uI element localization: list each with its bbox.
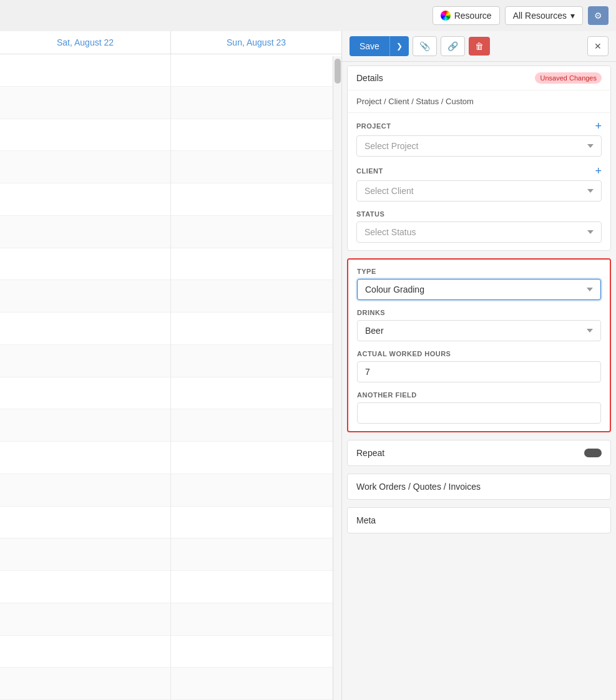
save-button[interactable]: Save [350,36,389,56]
settings-button[interactable]: ⚙ [588,6,609,25]
cal-cell [0,87,170,119]
project-select[interactable]: Select Project [356,135,602,157]
right-panel: Save ❯ 📎 🔗 🗑 ✕ Details Unsaved Chan [342,31,616,700]
custom-fields-content: TYPE Colour Grading Editing Mixing Sound… [348,260,610,431]
client-add-button[interactable]: + [595,165,602,177]
cal-cell [0,54,170,87]
cal-cell [171,538,341,571]
client-label: CLIENT + [356,165,602,177]
save-arrow-button[interactable]: ❯ [389,36,409,56]
project-add-button[interactable]: + [595,120,602,132]
details-content: PROJECT + Select Project CLIENT + Select… [348,112,610,250]
resource-label: Resource [454,11,492,21]
client-select[interactable]: Select Client [356,180,602,202]
cal-cell [0,603,170,636]
chevron-down-icon: ▾ [570,11,575,21]
cal-cell [0,507,170,539]
main-layout: Sat, August 22 Sun, August 23 [0,31,616,700]
type-label: TYPE [357,268,601,275]
resource-color-icon [441,11,451,21]
attachment-button[interactable]: 📎 [413,36,437,56]
type-field-group: TYPE Colour Grading Editing Mixing Sound… [357,268,601,300]
actual-worked-hours-field-group: ACTUAL WORKED HOURS [357,350,601,382]
calendar-col-sun [171,54,341,700]
cal-cell [0,119,170,152]
link-button[interactable]: 🔗 [441,36,465,56]
top-toolbar: Resource All Resources ▾ ⚙ [0,0,616,31]
cal-cell [171,668,341,700]
details-section-header: Details Unsaved Changes [348,66,610,90]
cal-cell [171,409,341,442]
cal-cell [0,538,170,571]
custom-fields-section: TYPE Colour Grading Editing Mixing Sound… [347,258,611,432]
cal-cell [171,183,341,216]
cal-cell [0,636,170,668]
all-resources-dropdown[interactable]: All Resources ▾ [505,6,583,25]
cal-cell [171,280,341,313]
cal-cell [171,151,341,183]
cal-cell [0,668,170,700]
meta-section[interactable]: Meta [347,507,611,533]
status-select[interactable]: Select Status [356,221,602,243]
cal-cell [171,442,341,474]
close-icon: ✕ [594,41,602,51]
actual-worked-hours-input[interactable] [357,361,601,382]
client-field-group: CLIENT + Select Client [356,165,602,202]
calendar-day-sat: Sat, August 22 [0,31,171,54]
resource-button[interactable]: Resource [433,6,500,25]
work-orders-section[interactable]: Work Orders / Quotes / Invoices [347,474,611,500]
meta-section-header: Meta [348,508,610,533]
work-orders-section-header: Work Orders / Quotes / Invoices [348,474,610,499]
work-orders-title: Work Orders / Quotes / Invoices [356,482,481,492]
arrow-right-icon: ❯ [396,42,403,51]
project-field-group: PROJECT + Select Project [356,120,602,157]
repeat-title: Repeat [356,448,384,458]
cal-cell [171,119,341,152]
cal-cell [171,54,341,87]
status-field-group: STATUS Select Status [356,210,602,243]
cal-cell [171,571,341,603]
calendar-day-sun: Sun, August 23 [171,31,341,54]
details-subtitle: Project / Client / Status / Custom [348,90,610,112]
close-button[interactable]: ✕ [587,36,609,56]
repeat-section-header: Repeat [348,440,610,465]
cal-cell [171,313,341,345]
scrollbar-thumb [335,59,341,84]
save-button-group: Save ❯ [350,36,409,56]
cal-cell [171,377,341,410]
repeat-section[interactable]: Repeat [347,440,611,466]
cal-cell [171,636,341,668]
cal-cell [0,248,170,281]
cal-cell [0,377,170,410]
cal-cell [171,87,341,119]
cal-cell [171,603,341,636]
meta-title: Meta [356,515,376,525]
all-resources-label: All Resources [513,11,567,21]
calendar-scrollbar[interactable] [333,56,341,700]
drinks-label: DRINKS [357,309,601,316]
status-label: STATUS [356,210,602,218]
delete-button[interactable]: 🗑 [469,37,490,56]
cal-cell [0,442,170,474]
gear-icon: ⚙ [594,11,602,21]
cal-cell [0,571,170,603]
another-field-input[interactable] [357,402,601,424]
cal-cell [171,474,341,507]
another-field-label: ANOTHER FIELD [357,391,601,399]
cal-cell [0,216,170,248]
actual-worked-hours-label: ACTUAL WORKED HOURS [357,350,601,357]
cal-cell [171,507,341,539]
repeat-toggle[interactable] [584,449,602,457]
cal-cell [171,216,341,248]
cal-cell [0,474,170,507]
cal-cell [171,345,341,377]
paperclip-icon: 📎 [419,41,430,51]
project-label: PROJECT + [356,120,602,132]
type-select[interactable]: Colour Grading Editing Mixing Sound Desi… [357,279,601,300]
drinks-field-group: DRINKS Beer Wine Coffee Water [357,309,601,341]
unsaved-changes-badge: Unsaved Changes [535,72,602,84]
cal-cell [0,313,170,345]
calendar-area: Sat, August 22 Sun, August 23 [0,31,342,700]
drinks-select[interactable]: Beer Wine Coffee Water [357,320,601,341]
panel-toolbar: Save ❯ 📎 🔗 🗑 ✕ [342,31,616,62]
